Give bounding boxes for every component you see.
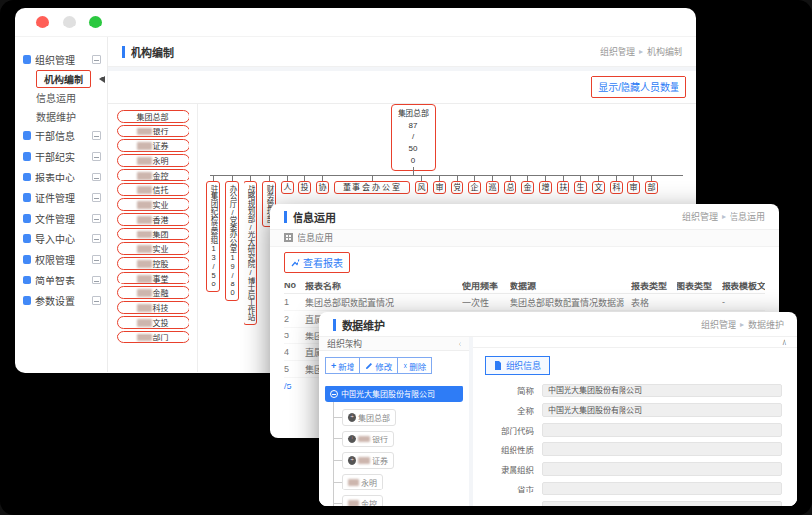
collapse-icon[interactable]	[92, 234, 101, 243]
form-input[interactable]: 中国光大集团股份有限公司	[542, 384, 782, 397]
form-input[interactable]	[542, 423, 782, 437]
form-input[interactable]	[542, 462, 782, 476]
add-button[interactable]: + 新增	[325, 357, 360, 374]
view-report-button[interactable]: 查看报表	[291, 255, 343, 270]
sidebar-group[interactable]: 证件管理	[15, 187, 107, 208]
tree-item[interactable]: 永明	[343, 474, 469, 490]
collapse-panel-icon[interactable]: ‹	[459, 339, 461, 349]
tree-item[interactable]: 集团总部	[343, 409, 469, 426]
breadcrumb-arrow-icon: ▸	[740, 320, 744, 329]
org-chart-node[interactable]: 人	[281, 175, 294, 194]
table-row[interactable]: 1 集团总部职数配置情况 一次性 集团总部职数配置情况数据源 表格 -	[284, 294, 765, 311]
org-list-item[interactable]: 文投	[117, 316, 189, 329]
collapse-panel-icon[interactable]: ∧	[781, 337, 787, 347]
org-list-item[interactable]: 事堂	[117, 272, 189, 284]
org-list-item[interactable]: 集团总部	[117, 110, 189, 123]
collapse-icon[interactable]	[92, 193, 101, 202]
panel-header: ∧	[473, 337, 797, 348]
org-chart-root-node[interactable]: 集团总部87/500	[391, 104, 436, 171]
expand-node-icon[interactable]	[348, 456, 356, 465]
org-chart-node[interactable]: 办公厅/党委办公室19/80	[225, 175, 239, 301]
toggle-personnel-count-button[interactable]: 显示/隐藏人员数量	[598, 79, 679, 94]
org-list-item[interactable]: 科技	[117, 301, 189, 314]
minimize-window-dot[interactable]	[63, 16, 76, 28]
org-list-item[interactable]: 实业	[117, 242, 189, 255]
org-chart-node[interactable]: 驻集团纪检监察组13/50	[206, 175, 220, 292]
org-chart-node[interactable]: 科	[610, 175, 623, 194]
org-chart-node[interactable]: 文	[592, 175, 605, 194]
org-chart-node[interactable]: 企	[468, 175, 481, 194]
root-node-line: 0	[392, 155, 435, 167]
tree-root-node[interactable]: 中国光大集团股份有限公司	[325, 386, 463, 402]
breadcrumb-root[interactable]: 组织管理	[701, 318, 736, 331]
collapse-icon[interactable]	[92, 152, 101, 161]
org-list-item[interactable]: 集团	[117, 228, 189, 240]
sidebar-item-data-maintenance[interactable]: 数据维护	[15, 107, 107, 126]
sidebar-group[interactable]: 干部信息	[15, 126, 107, 146]
org-list-item[interactable]: 部门	[117, 331, 189, 343]
sidebar-item-info-usage[interactable]: 信息运用	[15, 88, 107, 107]
org-list-item[interactable]: 信托	[117, 183, 189, 196]
breadcrumb-arrow-icon: ▸	[722, 212, 726, 221]
maximize-window-dot[interactable]	[89, 16, 102, 28]
org-chart-node[interactable]: 风	[415, 175, 428, 194]
sidebar-group[interactable]: 文件管理	[15, 208, 107, 229]
org-chart-node[interactable]: 部	[645, 175, 658, 194]
org-list-item[interactable]: 永明	[117, 154, 189, 167]
collapse-icon[interactable]	[92, 255, 101, 264]
close-window-dot[interactable]	[36, 16, 49, 28]
sidebar-group[interactable]: 参数设置	[15, 290, 107, 311]
org-chart-node[interactable]: 金	[521, 175, 534, 194]
org-list-item[interactable]: 银行	[117, 125, 189, 137]
org-list-item[interactable]: 证券	[117, 139, 189, 152]
sidebar-group[interactable]: 报表中心	[15, 167, 107, 187]
collapse-icon[interactable]	[92, 276, 101, 284]
org-chart-node[interactable]: 巡	[486, 175, 499, 194]
expand-node-icon[interactable]	[348, 435, 356, 443]
org-list-item[interactable]: 实业	[117, 198, 189, 211]
sidebar-group[interactable]: 干部纪实	[15, 146, 107, 167]
org-chart-node[interactable]: 扶	[557, 175, 569, 194]
org-chart-node[interactable]: 审	[433, 175, 446, 194]
sidebar-group[interactable]: 导入中心	[15, 229, 107, 249]
collapse-icon[interactable]	[92, 131, 101, 140]
sidebar-item-org-structure[interactable]: 机构编制	[15, 70, 107, 88]
collapse-icon[interactable]	[92, 296, 101, 305]
org-chart-node[interactable]: 生	[574, 175, 587, 194]
org-chart-node[interactable]: 增	[539, 175, 552, 194]
org-chart-node[interactable]: 协	[316, 175, 329, 194]
org-chart-node[interactable]: 党	[451, 175, 463, 194]
tree-item[interactable]: 银行	[343, 431, 469, 447]
org-chart-node[interactable]: 战略规划部/光大研究院/博士后工作站	[244, 175, 257, 325]
org-list-item[interactable]: 控股	[117, 257, 189, 270]
sidebar-group[interactable]: 权限管理	[15, 249, 107, 270]
org-chart-node[interactable]: 总	[504, 175, 516, 194]
delete-button[interactable]: × 删除	[398, 357, 432, 374]
sidebar-group-label: 证件管理	[35, 190, 88, 205]
edit-button[interactable]: 修改	[360, 357, 398, 374]
form-row: 全称 中国光大集团股份有限公司	[473, 400, 797, 420]
collapse-icon[interactable]	[92, 173, 101, 181]
form-label: 省市	[473, 483, 534, 494]
org-list-item[interactable]: 香港	[117, 213, 189, 226]
form-input[interactable]	[542, 501, 782, 506]
breadcrumb-root[interactable]: 组织管理	[682, 210, 718, 223]
org-chart-node[interactable]: 董事会办公室	[334, 175, 410, 194]
sidebar-group[interactable]: 简单智表	[15, 270, 107, 290]
org-chart-node[interactable]: 审	[627, 175, 640, 194]
expand-node-icon[interactable]	[348, 413, 356, 422]
org-chart-node[interactable]: 投	[298, 175, 311, 194]
collapse-icon[interactable]	[92, 214, 101, 223]
tree-item[interactable]: 证券	[343, 452, 469, 469]
form-input[interactable]	[542, 482, 782, 495]
sidebar-group-org-management[interactable]: 组织管理	[15, 49, 107, 70]
form-input[interactable]: 中国光大集团股份有限公司	[542, 403, 782, 417]
org-list-item[interactable]: 金融	[117, 286, 189, 299]
tab-org-info[interactable]: 组织信息	[485, 356, 550, 375]
form-input[interactable]	[542, 442, 782, 456]
org-list-item[interactable]: 金控	[117, 169, 189, 181]
collapse-icon[interactable]	[92, 55, 101, 64]
breadcrumb-root[interactable]: 组织管理	[600, 45, 635, 58]
collapse-node-icon[interactable]	[330, 390, 338, 398]
tree-item[interactable]: 金控	[343, 495, 469, 506]
